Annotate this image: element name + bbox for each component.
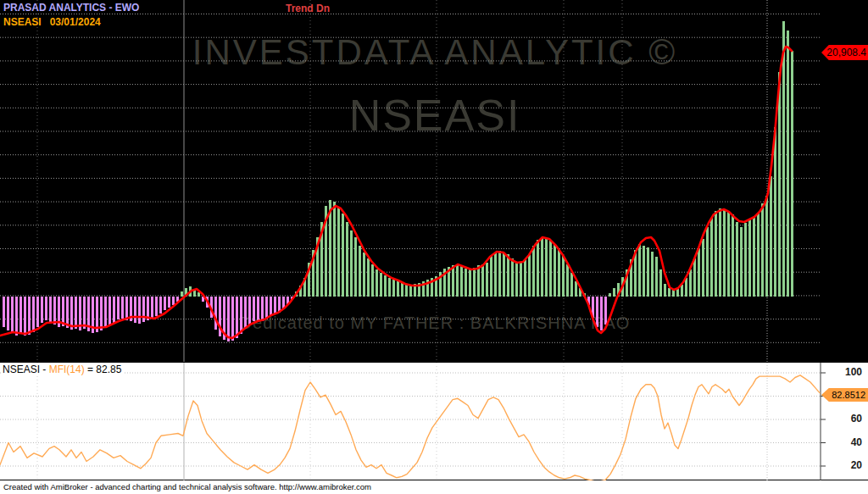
y-axis-label-60: 60 — [822, 413, 862, 425]
status-bar: Created with AmiBroker - advanced charti… — [0, 480, 868, 494]
y-axis-label-40: 40 — [822, 436, 862, 448]
mfi-value-tag: 82.8512 — [821, 388, 868, 402]
mfi-panel-title: NSEASI - MFI(14) = 82.85 — [3, 364, 125, 375]
y-axis-label-100: 100 — [822, 366, 862, 378]
mfi-value-text: 82.8512 — [832, 390, 865, 400]
last-price-text: 20,908.4 — [826, 47, 866, 58]
ewo-histogram-chart[interactable] — [0, 0, 868, 362]
chart-title: PRASAD ANALYTICS - EWO — [3, 2, 139, 14]
mfi-title-indicator: MFI(14) — [49, 364, 85, 375]
symbol-date-label: NSEASI 03/01/2024 — [3, 16, 101, 28]
mfi-title-symbol: NSEASI - — [3, 364, 49, 375]
amibroker-window: INVESTDATA ANALYTIC © NSEASI Dedicated t… — [0, 0, 868, 494]
mfi-title-value: = 82.85 — [85, 364, 122, 375]
mfi-line-chart[interactable] — [0, 363, 868, 480]
last-price-tag: 20,908.4 — [821, 45, 868, 60]
ewo-chart-panel[interactable]: INVESTDATA ANALYTIC © NSEASI Dedicated t… — [0, 0, 868, 362]
mfi-indicator-panel[interactable]: NSEASI - MFI(14) = 82.85 100604020 82.85… — [0, 362, 868, 480]
y-axis-label-20: 20 — [822, 459, 862, 471]
trend-status-label: Trend Dn — [286, 3, 330, 14]
status-bar-text: Created with AmiBroker - advanced charti… — [3, 482, 371, 491]
